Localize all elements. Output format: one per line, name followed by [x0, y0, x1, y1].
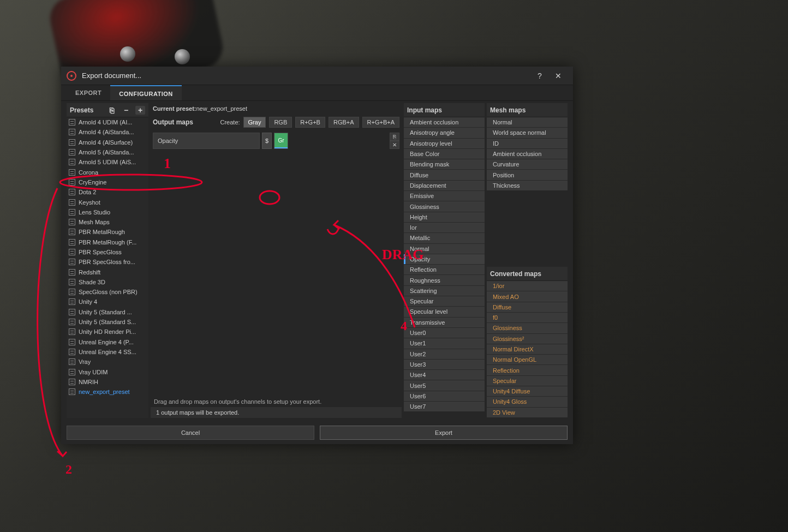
mesh-map-item[interactable]: Normal [487, 117, 568, 127]
preset-item[interactable]: Arnold 4 (AiStanda... [67, 127, 148, 137]
converted-map-item[interactable]: Unity4 Diffuse [487, 386, 568, 396]
preset-item[interactable]: Keyshot [67, 197, 148, 207]
input-map-item[interactable]: Height [404, 212, 485, 222]
input-map-item[interactable]: Transmissive [404, 318, 485, 327]
create-rgba-chip[interactable]: RGB+A [329, 117, 359, 128]
input-map-item[interactable]: Base Color [404, 149, 485, 159]
output-channel-slot[interactable]: Gr [274, 133, 288, 149]
input-map-item[interactable]: Anisotropy level [404, 139, 485, 148]
mesh-map-item[interactable]: Curvature [487, 159, 568, 169]
mesh-map-item[interactable]: Position [487, 170, 568, 180]
input-map-item[interactable]: User3 [404, 360, 485, 369]
input-map-item[interactable]: Scattering [404, 286, 485, 296]
output-row-copy-button[interactable]: ⎘ [390, 133, 399, 141]
input-map-item[interactable]: Blending mask [404, 159, 485, 169]
input-map-item[interactable]: Specular [404, 296, 485, 306]
input-map-item[interactable]: Specular level [404, 307, 485, 316]
input-map-item[interactable]: Opacity [404, 254, 485, 264]
mesh-map-item[interactable]: Ambient occlusion [487, 149, 568, 159]
create-rgbsplit-chip[interactable]: R+G+B [295, 117, 325, 128]
preset-item[interactable]: Corona [67, 167, 148, 177]
input-map-item[interactable]: User5 [404, 380, 485, 390]
preset-item[interactable]: Mesh Maps [67, 217, 148, 227]
converted-map-item[interactable]: Normal OpenGL [487, 355, 568, 364]
preset-item[interactable]: PBR SpecGloss fro... [67, 257, 148, 267]
input-map-item[interactable]: User2 [404, 349, 485, 359]
tab-configuration[interactable]: CONFIGURATION [110, 85, 182, 100]
input-map-item[interactable]: Reflection [404, 265, 485, 274]
converted-map-item[interactable]: Reflection [487, 365, 568, 375]
preset-item[interactable]: Vray UDIM [67, 367, 148, 376]
preset-item[interactable]: Unreal Engine 4 SS... [67, 347, 148, 357]
input-map-item[interactable]: Diffuse [404, 170, 485, 180]
input-map-item[interactable]: Ambient occlusion [404, 117, 485, 127]
input-maps-list[interactable]: Ambient occlusionAnisotropy angleAnisotr… [404, 117, 485, 411]
input-map-item[interactable]: Ior [404, 223, 485, 232]
preset-list[interactable]: Arnold 4 UDIM (AI...Arnold 4 (AiStanda..… [67, 117, 148, 418]
preset-item[interactable]: new_export_preset [67, 387, 148, 397]
preset-remove-button[interactable]: − [121, 106, 131, 115]
converted-map-item[interactable]: Specular [487, 376, 568, 386]
preset-item[interactable]: Lens Studio [67, 207, 148, 217]
input-map-item[interactable]: User1 [404, 338, 485, 348]
converted-map-item[interactable]: Mixed AO [487, 291, 568, 301]
create-gray-chip[interactable]: Gray [243, 117, 266, 128]
input-map-item[interactable]: Normal [404, 244, 485, 254]
mesh-map-item[interactable]: World space normal [487, 128, 568, 138]
preset-copy-button[interactable]: ⎘ [107, 106, 117, 115]
converted-map-item[interactable]: Normal DirectX [487, 344, 568, 354]
preset-item[interactable]: Arnold 5 (AiStanda... [67, 147, 148, 157]
converted-map-item[interactable]: f0 [487, 313, 568, 322]
cancel-button[interactable]: Cancel [67, 426, 314, 440]
preset-item[interactable]: Arnold 5 UDIM (AiS... [67, 157, 148, 167]
preset-item[interactable]: SpecGloss (non PBR) [67, 287, 148, 297]
mesh-map-item[interactable]: ID [487, 139, 568, 148]
output-row-delete-button[interactable]: ✕ [390, 141, 399, 149]
preset-item[interactable]: Vray [67, 357, 148, 367]
export-button[interactable]: Export [320, 426, 568, 440]
preset-item[interactable]: Unity 5 (Standard S... [67, 317, 148, 327]
converted-map-item[interactable]: Unity4 Gloss [487, 397, 568, 407]
output-map-token-button[interactable]: $ [262, 133, 272, 149]
preset-item[interactable]: PBR MetalRough (F... [67, 237, 148, 247]
preset-item[interactable]: PBR MetalRough [67, 227, 148, 237]
preset-item[interactable]: Unity HD Render Pi... [67, 327, 148, 337]
create-rgb-chip[interactable]: RGB [269, 117, 292, 128]
preset-item[interactable]: PBR SpecGloss [67, 247, 148, 257]
converted-map-item[interactable]: Diffuse [487, 302, 568, 312]
preset-icon [69, 139, 75, 146]
tab-export[interactable]: EXPORT [67, 85, 110, 100]
converted-map-item[interactable]: 2D View [487, 408, 568, 417]
input-map-item[interactable]: User0 [404, 328, 485, 338]
converted-maps-list[interactable]: 1/iorMixed AODiffusef0GlossinessGlossine… [487, 281, 568, 417]
preset-item[interactable]: NMRIH [67, 377, 148, 387]
create-rgbasplit-chip[interactable]: R+G+B+A [362, 117, 399, 128]
converted-map-item[interactable]: Glossiness [487, 323, 568, 333]
converted-map-item[interactable]: 1/ior [487, 281, 568, 291]
mesh-map-item[interactable]: Thickness [487, 181, 568, 190]
preset-item[interactable]: CryEngine [67, 177, 148, 187]
help-button[interactable]: ? [530, 71, 549, 80]
preset-item[interactable]: Unity 5 (Standard ... [67, 307, 148, 317]
preset-add-button[interactable]: + [135, 106, 145, 115]
input-map-item[interactable]: User6 [404, 391, 485, 401]
input-map-item[interactable]: Glossiness [404, 201, 485, 211]
preset-item[interactable]: Unity 4 [67, 297, 148, 307]
preset-item[interactable]: Shade 3D [67, 277, 148, 287]
input-map-item[interactable]: Roughness [404, 275, 485, 285]
preset-item[interactable]: Arnold 4 UDIM (AI... [67, 117, 148, 127]
input-map-item[interactable]: Displacement [404, 181, 485, 190]
converted-map-item[interactable]: Glossiness² [487, 334, 568, 344]
input-map-item[interactable]: Metallic [404, 233, 485, 243]
output-map-name[interactable]: Opacity [153, 133, 260, 149]
input-map-item[interactable]: Emissive [404, 191, 485, 201]
preset-item[interactable]: Dota 2 [67, 187, 148, 197]
close-button[interactable]: ✕ [549, 71, 568, 80]
preset-item[interactable]: Unreal Engine 4 (P... [67, 337, 148, 347]
input-map-item[interactable]: User4 [404, 370, 485, 380]
input-map-item[interactable]: Anisotropy angle [404, 128, 485, 138]
input-map-item[interactable]: User7 [404, 402, 485, 411]
mesh-maps-list[interactable]: NormalWorld space normalIDAmbient occlus… [487, 117, 568, 190]
preset-item[interactable]: Redshift [67, 267, 148, 277]
preset-item[interactable]: Arnold 4 (AlSurface) [67, 138, 148, 147]
